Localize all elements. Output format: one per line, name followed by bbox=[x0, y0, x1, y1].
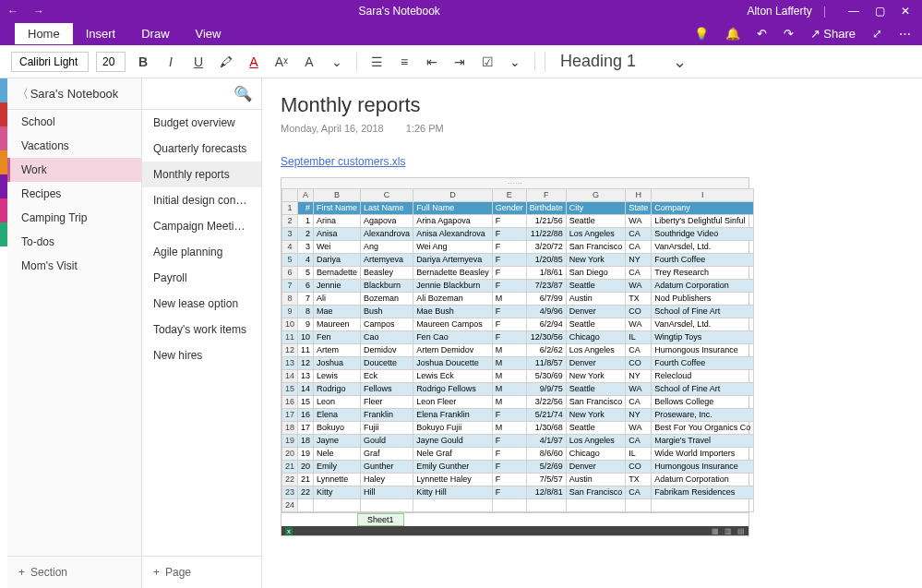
page-item[interactable]: Budget overview bbox=[142, 110, 261, 136]
bullet-list-button[interactable]: ☰ bbox=[366, 52, 387, 72]
format-painter-button[interactable]: A bbox=[299, 52, 319, 72]
tab-home[interactable]: Home bbox=[15, 23, 73, 44]
style-dropdown-icon[interactable]: ⌄ bbox=[673, 52, 687, 72]
bold-button[interactable]: B bbox=[133, 52, 153, 72]
page-item[interactable]: Payroll bbox=[142, 265, 261, 291]
font-color-button[interactable]: A bbox=[244, 52, 264, 72]
section-item[interactable]: Mom's Visit bbox=[7, 254, 141, 278]
minimize-button[interactable]: — bbox=[844, 5, 863, 18]
font-name-select[interactable]: Calibri Light bbox=[11, 52, 89, 72]
share-button[interactable]: ↗ Share bbox=[810, 27, 856, 41]
more-icon[interactable]: ⋯ bbox=[899, 27, 911, 41]
redo-icon[interactable]: ↷ bbox=[784, 27, 794, 41]
window-title: Sara's Notebook bbox=[52, 5, 747, 18]
page-item[interactable]: Initial design concepts bbox=[142, 187, 261, 213]
view-break-icon[interactable]: ▤ bbox=[737, 527, 745, 535]
page-item[interactable]: Quarterly forecasts bbox=[142, 136, 261, 162]
clear-format-button[interactable]: Aᵡ bbox=[271, 52, 292, 72]
paragraph-dropdown-icon[interactable]: ⌄ bbox=[505, 52, 525, 72]
excel-icon[interactable]: x bbox=[285, 527, 293, 535]
maximize-button[interactable]: ▢ bbox=[870, 5, 889, 18]
search-icon[interactable]: 🔍 bbox=[237, 87, 252, 101]
indent-button[interactable]: ⇥ bbox=[449, 52, 470, 72]
tab-view[interactable]: View bbox=[183, 23, 234, 44]
add-section-button[interactable]: +Section bbox=[7, 556, 141, 588]
underline-button[interactable]: U bbox=[188, 52, 209, 72]
number-list-button[interactable]: ≡ bbox=[394, 52, 414, 72]
outdent-button[interactable]: ⇤ bbox=[422, 52, 442, 72]
nav-back-icon[interactable]: ← bbox=[7, 5, 18, 18]
format-dropdown-icon[interactable]: ⌄ bbox=[327, 52, 347, 72]
user-name[interactable]: Alton Lafferty bbox=[747, 5, 812, 18]
nav-forward-icon[interactable]: → bbox=[33, 5, 44, 18]
highlight-button[interactable]: 🖍 bbox=[216, 52, 236, 72]
page-time: 1:26 PM bbox=[406, 123, 444, 134]
section-item[interactable]: To-dos bbox=[7, 230, 141, 254]
plus-icon: + bbox=[153, 566, 160, 579]
drag-handle-icon[interactable]: ⋯⋯ bbox=[281, 178, 748, 188]
embedded-spreadsheet[interactable]: ⋯⋯ ABCDEFGHI1#First NameLast NameFull Na… bbox=[281, 177, 749, 536]
page-item[interactable]: Agile planning bbox=[142, 239, 261, 265]
view-normal-icon[interactable]: ▦ bbox=[712, 527, 719, 535]
tell-me-icon[interactable]: 💡 bbox=[694, 27, 709, 41]
section-item[interactable]: Vacations bbox=[7, 134, 141, 158]
undo-icon[interactable]: ↶ bbox=[757, 27, 767, 41]
style-heading[interactable]: Heading 1 bbox=[560, 52, 636, 71]
page-date: Monday, April 16, 2018 bbox=[281, 123, 384, 134]
section-item[interactable]: Recipes bbox=[7, 182, 141, 206]
section-item[interactable]: Camping Trip bbox=[7, 206, 141, 230]
view-layout-icon[interactable]: ▥ bbox=[724, 527, 732, 535]
page-item[interactable]: New lease option bbox=[142, 291, 261, 317]
fullscreen-icon[interactable]: ⤢ bbox=[872, 27, 882, 41]
attachment-link[interactable]: September customers.xls bbox=[281, 155, 405, 168]
plus-icon: + bbox=[18, 566, 25, 579]
page-item[interactable]: Campaign Meeting No... bbox=[142, 213, 261, 239]
page-item[interactable]: Monthly reports bbox=[142, 162, 261, 187]
notifications-icon[interactable]: 🔔 bbox=[725, 27, 740, 41]
add-page-button[interactable]: +Page bbox=[142, 556, 261, 588]
tab-draw[interactable]: Draw bbox=[128, 23, 182, 44]
page-item[interactable]: Today's work items bbox=[142, 317, 261, 342]
tab-insert[interactable]: Insert bbox=[73, 23, 129, 44]
section-item[interactable]: Work bbox=[7, 158, 141, 182]
divider: | bbox=[823, 5, 826, 18]
sheet-tab[interactable]: Sheet1 bbox=[357, 513, 404, 526]
italic-button[interactable]: I bbox=[161, 52, 181, 72]
notebook-back-icon[interactable]: 〈 bbox=[17, 86, 29, 102]
notebook-name[interactable]: Sara's Notebook bbox=[30, 87, 119, 101]
font-size-select[interactable]: 20 bbox=[96, 52, 126, 72]
todo-tag-button[interactable]: ☑ bbox=[477, 52, 497, 72]
page-item[interactable]: New hires bbox=[142, 342, 261, 368]
section-item[interactable]: School bbox=[7, 110, 141, 134]
close-button[interactable]: ✕ bbox=[896, 5, 915, 18]
page-title[interactable]: Monthly reports bbox=[281, 93, 904, 117]
